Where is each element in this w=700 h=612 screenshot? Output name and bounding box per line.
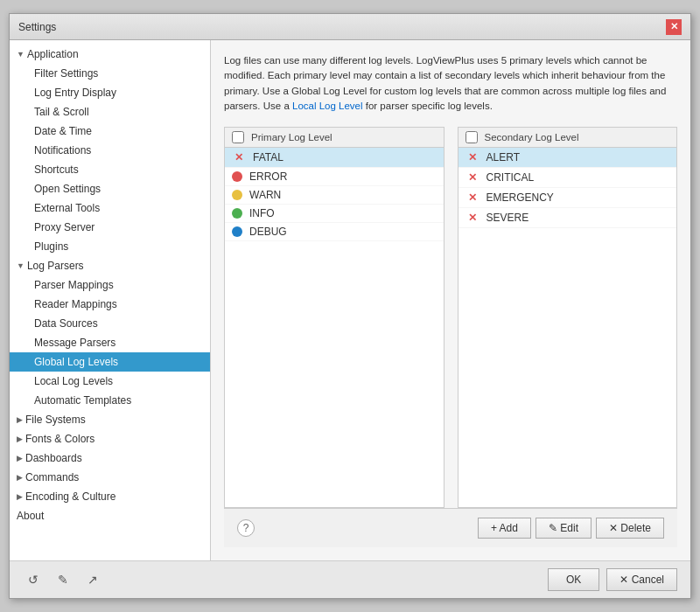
sidebar-label-fonts-colors: Fonts & Colors [25, 431, 94, 447]
sidebar-label-encoding-culture: Encoding & Culture [25, 489, 116, 504]
secondary-log-table: Secondary Log Level ✕ ALERT ✕ CRITICAL ✕ [458, 127, 678, 508]
sidebar-label-proxy-server: Proxy Server [34, 221, 94, 233]
sidebar-item-proxy-server[interactable]: Proxy Server [10, 218, 210, 237]
table-row[interactable]: ✕ EMERGENCY [458, 188, 677, 208]
sidebar-item-local-log-levels[interactable]: Local Log Levels [10, 372, 210, 391]
sidebar-item-global-log-levels[interactable]: Global Log Levels [10, 352, 210, 372]
sidebar-item-data-sources[interactable]: Data Sources [10, 314, 210, 333]
sidebar-label-commands: Commands [25, 469, 79, 485]
severe-label: SEVERE [486, 212, 529, 224]
sidebar-item-tail-scroll[interactable]: Tail & Scroll [10, 102, 210, 122]
ok-button[interactable]: OK [548, 568, 599, 591]
info-label: INFO [249, 207, 275, 219]
sidebar-item-encoding-culture[interactable]: ▶ Encoding & Culture [10, 487, 210, 506]
settings-window: Settings ✕ ▼ Application Filter Settings… [9, 13, 691, 599]
warn-icon [232, 190, 242, 200]
table-row[interactable]: ERROR [225, 168, 444, 186]
table-row[interactable]: WARN [225, 186, 444, 205]
sidebar-label-about: About [17, 510, 44, 522]
error-label: ERROR [249, 170, 287, 183]
sidebar-item-log-entry-display[interactable]: Log Entry Display [10, 83, 210, 102]
fatal-label: FATAL [253, 151, 284, 163]
edit-button[interactable]: ✎ Edit [536, 518, 592, 539]
sidebar-item-shortcuts[interactable]: Shortcuts [10, 160, 210, 179]
edit-icon[interactable]: ✎ [52, 569, 74, 590]
table-row[interactable]: DEBUG [225, 223, 444, 241]
sidebar-label-local-log-levels: Local Log Levels [34, 375, 113, 387]
sidebar-item-date-time[interactable]: Date & Time [10, 122, 210, 141]
critical-icon: ✕ [466, 170, 480, 184]
content-area: ▼ Application Filter Settings Log Entry … [10, 40, 690, 560]
sidebar-item-log-parsers[interactable]: ▼ Log Parsers [10, 256, 210, 275]
primary-table-body: ✕ FATAL ERROR WARN IN [225, 148, 444, 507]
local-log-level-link[interactable]: Local Log Level [292, 101, 363, 111]
expand-icon-log-parsers: ▼ [17, 258, 24, 274]
expand-icon-encoding-culture: ▶ [17, 489, 23, 504]
table-row[interactable]: ✕ CRITICAL [458, 168, 677, 188]
table-row[interactable]: INFO [225, 205, 444, 223]
expand-icon-commands: ▶ [17, 469, 23, 485]
sidebar-item-about[interactable]: About [10, 506, 210, 525]
emergency-label: EMERGENCY [486, 191, 554, 204]
sidebar-item-filter-settings[interactable]: Filter Settings [10, 64, 210, 83]
close-button[interactable]: ✕ [666, 19, 682, 35]
alert-label: ALERT [486, 151, 520, 163]
sidebar-item-open-settings[interactable]: Open Settings [10, 179, 210, 198]
table-row[interactable]: ✕ FATAL [225, 148, 444, 168]
link-icon[interactable]: ↗ [82, 569, 103, 590]
alert-icon: ✕ [466, 150, 480, 164]
sidebar-label-shortcuts: Shortcuts [34, 163, 79, 176]
sidebar-label-tail-scroll: Tail & Scroll [34, 106, 89, 118]
expand-icon-file-systems: ▶ [17, 412, 23, 428]
expand-icon-application: ▼ [17, 46, 24, 62]
sidebar-label-open-settings: Open Settings [34, 183, 101, 195]
help-button[interactable]: ? [237, 519, 255, 537]
sidebar-label-automatic-templates: Automatic Templates [34, 394, 131, 407]
critical-label: CRITICAL [486, 171, 535, 184]
sidebar-item-application[interactable]: ▼ Application [10, 45, 210, 64]
sidebar-label-application: Application [27, 46, 79, 62]
sidebar-item-commands[interactable]: ▶ Commands [10, 468, 210, 487]
sidebar-item-message-parsers[interactable]: Message Parsers [10, 333, 210, 352]
sidebar-label-log-entry-display: Log Entry Display [34, 87, 116, 99]
cancel-button[interactable]: ✕ Cancel [606, 568, 677, 591]
expand-icon-fonts-colors: ▶ [17, 431, 23, 447]
title-bar: Settings ✕ [10, 14, 690, 40]
sidebar-item-fonts-colors[interactable]: ▶ Fonts & Colors [10, 429, 210, 449]
table-row[interactable]: ✕ ALERT [458, 148, 677, 168]
footer-right: OK ✕ Cancel [548, 568, 677, 591]
add-button[interactable]: + Add [478, 518, 531, 539]
secondary-table-header-label: Secondary Log Level [485, 132, 579, 143]
sidebar-label-reader-mappings: Reader Mappings [34, 298, 117, 310]
description-text: Log files can use many different log lev… [224, 53, 677, 114]
footer-left: ↺ ✎ ↗ [23, 569, 103, 590]
sidebar-label-parser-mappings: Parser Mappings [34, 279, 114, 291]
sidebar-label-date-time: Date & Time [34, 125, 92, 137]
info-icon [232, 208, 242, 219]
primary-header-checkbox[interactable] [232, 131, 244, 143]
sidebar-item-reader-mappings[interactable]: Reader Mappings [10, 295, 210, 314]
main-panel: Log files can use many different log lev… [211, 40, 690, 560]
sidebar-label-data-sources: Data Sources [34, 317, 98, 330]
emergency-icon: ✕ [466, 191, 480, 205]
sidebar-item-plugins[interactable]: Plugins [10, 237, 210, 256]
table-row[interactable]: ✕ SEVERE [458, 208, 677, 228]
fatal-icon: ✕ [232, 150, 246, 164]
sidebar-item-automatic-templates[interactable]: Automatic Templates [10, 391, 210, 410]
primary-log-table: Primary Log Level ✕ FATAL ERROR [224, 127, 444, 508]
warn-label: WARN [249, 189, 281, 201]
delete-button[interactable]: ✕ Delete [596, 518, 664, 539]
primary-table-header: Primary Log Level [225, 128, 444, 148]
sidebar-item-parser-mappings[interactable]: Parser Mappings [10, 275, 210, 295]
action-buttons: + Add ✎ Edit ✕ Delete [478, 518, 664, 539]
restore-icon[interactable]: ↺ [23, 569, 44, 590]
sidebar-item-dashboards[interactable]: ▶ Dashboards [10, 449, 210, 468]
secondary-header-checkbox[interactable] [466, 131, 478, 143]
sidebar-label-log-parsers: Log Parsers [27, 258, 84, 274]
sidebar-label-dashboards: Dashboards [25, 450, 82, 466]
sidebar-item-notifications[interactable]: Notifications [10, 141, 210, 160]
bottom-area: ? + Add ✎ Edit ✕ Delete [224, 508, 677, 547]
sidebar-item-file-systems[interactable]: ▶ File Systems [10, 410, 210, 429]
sidebar-item-external-tools[interactable]: External Tools [10, 198, 210, 218]
window-title: Settings [18, 21, 56, 33]
